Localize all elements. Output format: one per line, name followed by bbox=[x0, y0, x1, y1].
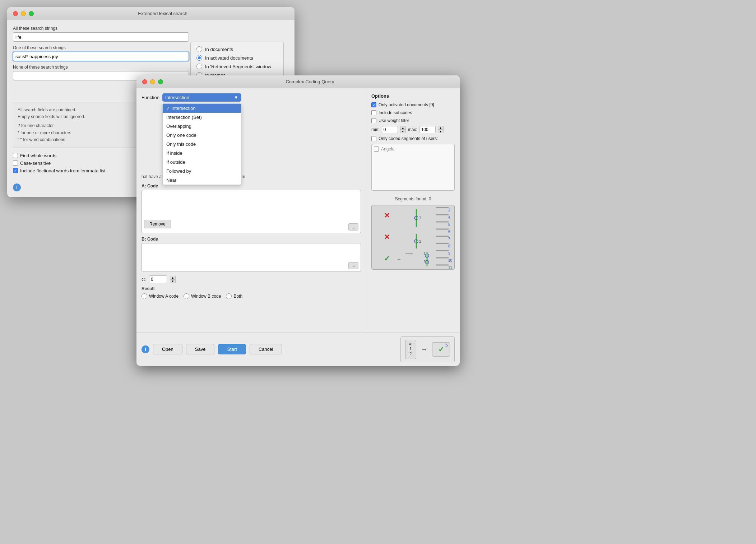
result-a-radio[interactable] bbox=[142, 293, 147, 299]
code-area-a-section: A: Code Remove ... bbox=[142, 183, 361, 233]
weight-min-down[interactable]: ▼ bbox=[400, 130, 406, 133]
ccq-maximize-button[interactable] bbox=[158, 79, 163, 84]
lexical-titlebar: Extended lexical search bbox=[7, 7, 294, 20]
result-b-radio[interactable] bbox=[184, 293, 189, 299]
one-string-input[interactable] bbox=[13, 52, 189, 61]
dropdown-item-intersection[interactable]: ✓ Intersection bbox=[163, 104, 241, 113]
ccq-close-button[interactable] bbox=[142, 79, 147, 84]
save-button[interactable]: Save bbox=[186, 344, 215, 354]
segments-found-text: Segments found: 0 bbox=[395, 196, 431, 201]
svg-text:2: 2 bbox=[419, 240, 421, 243]
c-stepper: ▲ ▼ bbox=[170, 276, 176, 283]
radio-in-activated-button[interactable] bbox=[196, 55, 202, 61]
radio-retrieved-segments[interactable]: In 'Retrieved Segments' window bbox=[196, 64, 278, 69]
find-whole-words-checkbox[interactable] bbox=[13, 153, 18, 158]
dropdown-item-followed-by[interactable]: Followed by bbox=[163, 167, 241, 176]
all-strings-label: All these search strings bbox=[13, 26, 289, 31]
ccq-left-panel: Function Intersection ▼ ✓ Intersection I… bbox=[136, 88, 366, 333]
diagram-a-values: 12 bbox=[409, 346, 412, 357]
weight-min-input[interactable] bbox=[382, 126, 398, 133]
only-coded-checkbox[interactable] bbox=[371, 136, 376, 141]
ccq-right-panel: Options Only activated documents [9] Inc… bbox=[366, 88, 460, 333]
result-window-a[interactable]: Window A code bbox=[142, 293, 178, 299]
dropdown-item-if-outside[interactable]: If outside bbox=[163, 158, 241, 167]
svg-text:1: 1 bbox=[419, 216, 421, 220]
c-stepper-down[interactable]: ▼ bbox=[170, 279, 176, 283]
weight-min-stepper: ▲ ▼ bbox=[400, 126, 406, 133]
result-both[interactable]: Both bbox=[226, 293, 242, 299]
user-angela-checkbox[interactable] bbox=[374, 147, 379, 152]
footer-info-icon[interactable]: i bbox=[142, 345, 149, 353]
case-sensitive-checkbox[interactable] bbox=[13, 161, 18, 166]
weight-max-down[interactable]: ▼ bbox=[438, 130, 444, 133]
dropdown-item-only-one[interactable]: Only one code bbox=[163, 131, 241, 140]
radio-in-documents-button[interactable] bbox=[196, 46, 202, 52]
ccq-title: Complex Coding Query bbox=[166, 79, 454, 84]
options-title: Options bbox=[371, 93, 455, 99]
result-section: Result Window A code Window B code Bo bbox=[142, 286, 361, 299]
code-area-b[interactable]: ... bbox=[142, 243, 361, 272]
only-activated-checkbox[interactable] bbox=[371, 102, 376, 107]
radio-retrieved-label: In 'Retrieved Segments' window bbox=[205, 64, 271, 69]
result-a-label: Window A code bbox=[149, 294, 178, 299]
use-weight-checkbox[interactable] bbox=[371, 118, 376, 123]
code-area-a[interactable]: Remove ... bbox=[142, 190, 361, 233]
weight-max-stepper: ▲ ▼ bbox=[438, 126, 444, 133]
radio-in-activated-label: In activated documents bbox=[205, 55, 253, 61]
user-angela-label: Angela bbox=[381, 147, 394, 152]
dropdown-item-near[interactable]: Near bbox=[163, 176, 241, 185]
ccq-body: Function Intersection ▼ ✓ Intersection I… bbox=[136, 88, 460, 333]
function-selected-label: Intersection bbox=[165, 95, 189, 100]
svg-text:✓: ✓ bbox=[384, 255, 390, 262]
minimize-button[interactable] bbox=[21, 11, 26, 16]
function-dropdown-container: Intersection ▼ ✓ Intersection Intersecti… bbox=[162, 93, 241, 102]
ccq-minimize-button[interactable] bbox=[150, 79, 155, 84]
weight-range-row: min: ▲ ▼ max: ▲ ▼ bbox=[371, 126, 455, 133]
c-stepper-up[interactable]: ▲ bbox=[170, 276, 176, 279]
lexical-window-title: Extended lexical search bbox=[37, 11, 289, 16]
function-dropdown-selected[interactable]: Intersection ▼ bbox=[162, 93, 241, 102]
include-subcodes-option: Include subcodes bbox=[371, 110, 455, 115]
case-sensitive-label: Case-sensitive bbox=[20, 161, 51, 166]
diagram-fx-box: fx ✓ bbox=[432, 342, 450, 357]
dropdown-item-only-this[interactable]: Only this code bbox=[163, 140, 241, 149]
user-angela-row: Angela bbox=[374, 147, 452, 152]
include-subcodes-checkbox[interactable] bbox=[371, 110, 376, 115]
dropdown-item-if-inside[interactable]: If inside bbox=[163, 149, 241, 158]
result-window-b[interactable]: Window B code bbox=[184, 293, 221, 299]
code-area-b-label: B: Code bbox=[142, 237, 361, 242]
dropdown-item-intersection-set[interactable]: Intersection (Set) bbox=[163, 113, 241, 122]
svg-text:1: 1 bbox=[423, 252, 426, 256]
dropdown-item-overlapping[interactable]: Overlapping bbox=[163, 122, 241, 131]
close-button[interactable] bbox=[13, 11, 18, 16]
svg-text:✕: ✕ bbox=[384, 211, 390, 219]
lemmata-checkbox[interactable] bbox=[13, 168, 18, 173]
weight-max-up[interactable]: ▲ bbox=[438, 126, 444, 130]
info-icon[interactable]: i bbox=[13, 183, 21, 191]
viz-svg: ✕ ✕ ✓ → 1 2 1 2 bbox=[373, 205, 452, 270]
ccq-window: Complex Coding Query Function Intersecti… bbox=[136, 75, 460, 366]
weight-min-up[interactable]: ▲ bbox=[400, 126, 406, 130]
maximize-button[interactable] bbox=[29, 11, 34, 16]
cancel-button[interactable]: Cancel bbox=[250, 344, 282, 354]
c-input[interactable] bbox=[149, 275, 167, 283]
start-button[interactable]: Start bbox=[218, 344, 246, 354]
diagram-a-label: A: bbox=[409, 342, 412, 346]
result-radio-row: Window A code Window B code Both bbox=[142, 293, 361, 299]
radio-retrieved-button[interactable] bbox=[196, 64, 202, 69]
remove-button[interactable]: Remove bbox=[144, 220, 171, 228]
dots-button-a[interactable]: ... bbox=[348, 223, 358, 231]
result-label: Result bbox=[142, 286, 361, 291]
radio-in-activated[interactable]: In activated documents bbox=[196, 55, 278, 61]
all-strings-row: All these search strings bbox=[13, 26, 289, 42]
radio-in-documents[interactable]: In documents bbox=[196, 46, 278, 52]
svg-text:2: 2 bbox=[423, 260, 426, 264]
all-strings-input[interactable] bbox=[13, 32, 189, 42]
weight-max-input[interactable] bbox=[419, 126, 436, 133]
include-subcodes-label: Include subcodes bbox=[379, 110, 412, 115]
dots-button-b[interactable]: ... bbox=[348, 262, 358, 269]
function-row: Function Intersection ▼ ✓ Intersection I… bbox=[142, 93, 361, 102]
open-button[interactable]: Open bbox=[153, 344, 182, 354]
lemmata-label: Include flectional words from lemmata li… bbox=[20, 168, 106, 173]
result-both-radio[interactable] bbox=[226, 293, 232, 299]
